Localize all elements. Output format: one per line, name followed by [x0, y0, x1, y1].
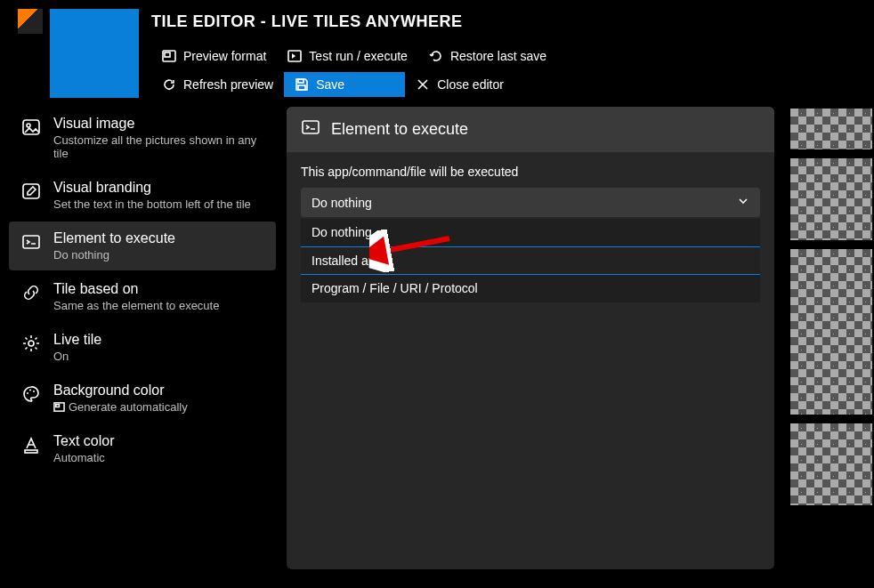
- main-panel: Element to execute This app/command/file…: [287, 107, 774, 569]
- option-do-nothing[interactable]: Do nothing: [301, 219, 760, 246]
- undo-icon: [429, 49, 443, 63]
- panel-title: Element to execute: [331, 120, 468, 139]
- svg-point-6: [27, 124, 30, 127]
- text-color-icon: [21, 435, 41, 455]
- execute-select[interactable]: Do nothing: [301, 188, 760, 217]
- tile-size-previews: [790, 107, 874, 569]
- close-button[interactable]: Close editor: [405, 72, 514, 97]
- edit-icon: [21, 181, 41, 201]
- sidebar-item-sub: Generate automatically: [53, 400, 188, 414]
- option-installed-app[interactable]: Installed app: [301, 246, 760, 275]
- svg-rect-14: [56, 405, 60, 407]
- sidebar-item-label: Visual image: [53, 116, 263, 132]
- sidebar-item-label: Text color: [53, 433, 114, 449]
- svg-rect-3: [298, 79, 303, 83]
- chevron-down-icon: [737, 195, 749, 210]
- svg-point-9: [28, 341, 34, 346]
- sidebar-item-tile-based-on[interactable]: Tile based on Same as the element to exe…: [9, 272, 276, 321]
- close-icon: [416, 77, 430, 92]
- sidebar-item-label: Background color: [53, 383, 188, 399]
- panel-label: This app/command/file will be executed: [301, 165, 760, 179]
- svg-rect-4: [298, 85, 305, 90]
- tile-preview-large[interactable]: [790, 249, 872, 415]
- svg-point-12: [33, 391, 35, 392]
- sidebar-item-label: Tile based on: [53, 281, 219, 297]
- close-label: Close editor: [437, 77, 504, 92]
- option-program-file-uri[interactable]: Program / File / URI / Protocol: [301, 275, 760, 302]
- svg-rect-16: [303, 121, 319, 133]
- sidebar-item-sub: Customize all the pictures shown in any …: [53, 133, 263, 160]
- sidebar-item-sub: Same as the element to execute: [53, 299, 219, 312]
- link-icon: [21, 283, 41, 302]
- tile-preview-medium[interactable]: [790, 158, 872, 240]
- sidebar-item-live-tile[interactable]: Live tile On: [9, 323, 276, 372]
- brightness-icon: [21, 334, 41, 353]
- refresh-button[interactable]: Refresh preview: [151, 72, 284, 97]
- preview-format-button[interactable]: Preview format: [151, 44, 277, 68]
- sidebar-item-text-color[interactable]: Text color Automatic: [9, 424, 276, 473]
- tile-preview-small[interactable]: [790, 423, 872, 505]
- save-icon: [295, 77, 309, 92]
- panel-header: Element to execute: [287, 107, 774, 152]
- sidebar-item-element-to-execute[interactable]: Element to execute Do nothing: [9, 222, 276, 270]
- svg-point-11: [29, 390, 31, 391]
- svg-point-10: [27, 392, 28, 394]
- restore-button[interactable]: Restore last save: [418, 44, 557, 68]
- preview-format-icon: [162, 49, 176, 63]
- test-run-icon: [287, 49, 302, 63]
- image-icon: [21, 117, 41, 137]
- save-label: Save: [316, 77, 344, 92]
- sidebar-item-label: Visual branding: [53, 180, 251, 196]
- svg-rect-8: [23, 236, 39, 248]
- palette-icon: [21, 384, 41, 404]
- sidebar-item-sub: Automatic: [53, 451, 114, 464]
- select-value: Do nothing: [312, 196, 372, 210]
- svg-rect-15: [25, 450, 37, 453]
- tile-preview: [50, 9, 139, 98]
- sidebar-item-sub: Set the text in the bottom left of the t…: [53, 197, 251, 211]
- app-icon: [18, 9, 43, 34]
- refresh-label: Refresh preview: [183, 77, 273, 92]
- sidebar-item-sub: Do nothing: [53, 248, 175, 262]
- sidebar-item-sub: On: [53, 350, 101, 363]
- page-title: TILE EDITOR - LIVE TILES ANYWHERE: [151, 12, 856, 31]
- test-run-button[interactable]: Test run / execute: [277, 44, 418, 68]
- sidebar-item-background-color[interactable]: Background color Generate automatically: [9, 374, 276, 423]
- restore-label: Restore last save: [450, 49, 546, 63]
- terminal-icon: [301, 117, 320, 141]
- tile-preview-wide-small[interactable]: [790, 109, 872, 149]
- sidebar-item-visual-branding[interactable]: Visual branding Set the text in the bott…: [9, 171, 276, 220]
- svg-rect-7: [23, 184, 39, 198]
- sidebar-item-label: Live tile: [53, 332, 101, 348]
- sidebar-item-visual-image[interactable]: Visual image Customize all the pictures …: [9, 107, 276, 169]
- sidebar: Visual image Customize all the pictures …: [9, 107, 276, 569]
- test-run-label: Test run / execute: [309, 49, 408, 63]
- sidebar-item-label: Element to execute: [53, 230, 175, 246]
- execute-dropdown: Do nothing Installed app Program / File …: [301, 219, 760, 302]
- svg-rect-1: [165, 52, 170, 57]
- preview-format-label: Preview format: [183, 49, 266, 63]
- terminal-icon: [21, 232, 41, 252]
- save-button[interactable]: Save: [284, 72, 405, 97]
- refresh-icon: [162, 77, 176, 92]
